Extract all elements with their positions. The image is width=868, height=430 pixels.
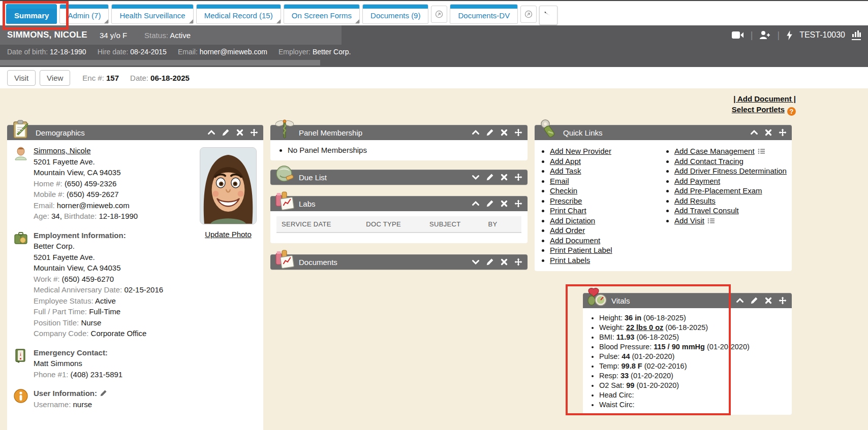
move-icon[interactable]: [779, 296, 787, 305]
portlet-title: Due List: [299, 173, 327, 182]
add-case-management-link[interactable]: Add Case Management: [674, 147, 755, 155]
move-icon[interactable]: [514, 258, 522, 266]
column-header-service-date[interactable]: SERVICE DATE: [282, 220, 366, 228]
edit-icon[interactable]: [486, 173, 494, 181]
edit-icon[interactable]: [750, 296, 758, 305]
add-payment-link[interactable]: Add Payment: [674, 177, 720, 185]
documents-portlet: Documents: [270, 254, 528, 270]
view-button[interactable]: View: [40, 70, 70, 86]
help-icon[interactable]: ?: [787, 107, 796, 116]
close-icon[interactable]: [764, 296, 772, 305]
collapse-icon[interactable]: [736, 296, 744, 305]
emergency-phone: Phone #1: (408) 231-5891: [34, 369, 122, 380]
move-icon[interactable]: [250, 128, 258, 137]
close-icon[interactable]: [500, 128, 508, 137]
update-photo-link[interactable]: Update Photo: [205, 230, 252, 239]
tab-on-screen-forms[interactable]: On Screen Forms: [284, 4, 360, 24]
tab-label: Documents (9): [363, 9, 428, 23]
close-icon[interactable]: [500, 173, 508, 181]
banner-scrollbar[interactable]: [0, 60, 320, 65]
patient-banner-row1: SIMMONS, NICOLE 34 y/o F Status: Active …: [0, 25, 868, 45]
print-labels-link[interactable]: Print Labels: [550, 256, 590, 264]
edit-icon[interactable]: [486, 258, 494, 266]
quick-link-item: Add Dictation: [550, 216, 665, 226]
column-header-doc-type[interactable]: DOC TYPE: [366, 220, 429, 228]
column-header-by[interactable]: BY: [488, 220, 516, 228]
add-contact-tracing-link[interactable]: Add Contact Tracing: [674, 157, 743, 166]
edit-icon[interactable]: [486, 128, 494, 137]
labs-body: SERVICE DATE DOC TYPE SUBJECT BY: [270, 211, 528, 243]
close-icon[interactable]: [500, 258, 508, 266]
open-documents-dv-external-button[interactable]: [520, 6, 537, 23]
close-icon[interactable]: [500, 200, 508, 208]
list-menu-icon[interactable]: [758, 148, 765, 154]
close-icon[interactable]: [764, 128, 772, 137]
collapse-icon[interactable]: [750, 128, 758, 137]
birthdate-label: Birthdate:: [64, 212, 97, 220]
tab-documents-dv[interactable]: Documents-DV: [450, 4, 518, 24]
collapse-icon[interactable]: [472, 200, 480, 208]
add-new-provider-link[interactable]: Add New Provider: [550, 147, 611, 155]
add-order-link[interactable]: Add Order: [550, 226, 585, 235]
print-chart-link[interactable]: Print Chart: [550, 206, 586, 215]
add-driver-fitness-link[interactable]: Add Driver Fitness Determination: [674, 167, 787, 175]
expand-icon[interactable]: [472, 258, 480, 266]
portlet-controls: [750, 128, 787, 137]
patient-photo: [200, 147, 257, 224]
collapse-icon[interactable]: [207, 128, 215, 137]
move-icon[interactable]: [514, 173, 522, 181]
flowsheet-chart-icon[interactable]: [852, 30, 861, 40]
tab-health-surveillance[interactable]: Health Surveillance: [111, 4, 193, 24]
email-link[interactable]: Email: [550, 177, 569, 185]
tab-summary[interactable]: Summary: [6, 4, 57, 24]
field-value: Better Corp.: [313, 48, 351, 56]
add-visit-link[interactable]: Add Visit: [674, 216, 704, 225]
external-link-icon: [435, 10, 443, 18]
address-line1: 5201 Fayette Ave.: [34, 156, 138, 168]
edit-icon[interactable]: [222, 128, 230, 137]
quick-links-column-2: Add Case Management Add Contact Tracing …: [674, 146, 790, 265]
move-icon[interactable]: [514, 200, 522, 208]
add-results-link[interactable]: Add Results: [674, 196, 716, 205]
tab-settings-button[interactable]: [539, 6, 557, 25]
add-person-icon[interactable]: [759, 30, 770, 40]
add-appt-link[interactable]: Add Appt: [550, 157, 581, 166]
select-portlets-link[interactable]: Select Portlets: [732, 105, 785, 114]
work-phone: Work #: (650) 459-6270: [34, 274, 163, 285]
move-icon[interactable]: [514, 128, 522, 137]
edit-icon[interactable]: [486, 200, 494, 208]
tab-accent-strip: [112, 5, 193, 9]
column-header-subject[interactable]: SUBJECT: [429, 220, 488, 228]
vitals-body: Height: 36 in (06-18-2025) Weight: 22 lb…: [583, 308, 792, 415]
patient-name-link[interactable]: Simmons, Nicole: [34, 146, 91, 155]
collapse-icon[interactable]: [472, 128, 480, 137]
edit-user-info-icon[interactable]: [100, 389, 107, 397]
tab-accent-strip: [450, 5, 517, 9]
tab-accent-strip: [60, 5, 108, 9]
add-travel-consult-link[interactable]: Add Travel Consult: [674, 206, 739, 215]
prescribe-link[interactable]: Prescribe: [550, 196, 582, 205]
add-dictation-link[interactable]: Add Dictation: [550, 216, 595, 225]
move-icon[interactable]: [779, 128, 787, 137]
add-pre-placement-exam-link[interactable]: Add Pre-Placement Exam: [674, 186, 762, 195]
add-document-link[interactable]: | Add Document |: [733, 94, 796, 103]
close-icon[interactable]: [236, 128, 244, 137]
tab-medical-record[interactable]: Medical Record (15): [196, 4, 281, 24]
emergency-contact-icon: [13, 348, 28, 363]
tab-admin[interactable]: Admin (7): [59, 4, 109, 24]
checkin-link[interactable]: Checkin: [550, 186, 577, 195]
add-document-quick-link[interactable]: Add Document: [550, 236, 600, 245]
list-menu-icon[interactable]: [707, 218, 715, 224]
tab-documents[interactable]: Documents (9): [362, 4, 428, 24]
print-patient-label-link[interactable]: Print Patient Label: [550, 246, 612, 254]
quick-action-bolt-icon[interactable]: [786, 30, 793, 40]
external-link-icon: [524, 10, 533, 18]
visit-button[interactable]: Visit: [7, 70, 36, 86]
quick-links-column-1: Add New Provider Add Appt Add Task Email…: [550, 146, 665, 265]
field-label: Email:: [178, 48, 198, 56]
open-documents-external-button[interactable]: [431, 6, 447, 23]
video-call-icon[interactable]: [732, 31, 744, 39]
add-task-link[interactable]: Add Task: [550, 167, 581, 175]
expand-icon[interactable]: [472, 173, 480, 181]
status-value: Active: [170, 31, 191, 40]
